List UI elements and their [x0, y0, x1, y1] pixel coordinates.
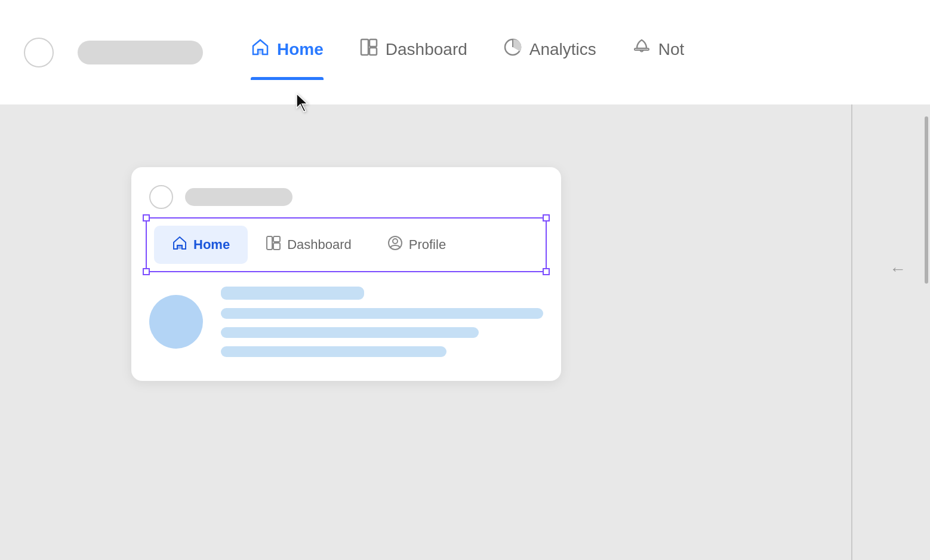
svg-rect-0 [258, 50, 263, 54]
card-profile-label: Profile [409, 237, 446, 253]
scrollbar-track[interactable] [918, 104, 930, 560]
card-profile-icon [387, 235, 403, 254]
nav-items-group: Home Dashboard Analytics [251, 38, 684, 67]
selection-container: Home Dashboard [149, 221, 543, 269]
content-line-1 [221, 308, 543, 319]
svg-point-12 [393, 239, 398, 244]
card-home-label: Home [193, 237, 230, 253]
svg-rect-6 [635, 48, 649, 50]
content-line-title [221, 287, 364, 300]
nav-item-dashboard[interactable]: Dashboard [359, 38, 467, 67]
scrollbar-thumb[interactable] [925, 116, 928, 284]
bell-icon [632, 38, 651, 61]
content-avatar-placeholder [149, 295, 203, 349]
content-line-3 [221, 346, 446, 357]
wireframe-card: Home Dashboard [131, 167, 561, 381]
content-line-2 [221, 327, 479, 338]
content-lines-placeholder [221, 287, 543, 357]
svg-rect-8 [267, 236, 272, 250]
nav-item-notifications[interactable]: Not [632, 38, 685, 67]
nav-item-analytics[interactable]: Analytics [503, 38, 596, 67]
nav-analytics-label: Analytics [529, 40, 596, 59]
card-content-area [131, 269, 561, 381]
svg-rect-1 [361, 39, 368, 55]
dashboard-icon [359, 38, 378, 61]
vertical-divider [851, 104, 852, 560]
top-nav-bar: Home Dashboard Analytics [0, 0, 930, 104]
card-nav-profile[interactable]: Profile [369, 226, 464, 264]
nav-search-placeholder [78, 41, 203, 64]
card-dashboard-icon [266, 235, 281, 254]
svg-rect-3 [369, 48, 377, 55]
svg-rect-2 [369, 39, 377, 47]
nav-item-home[interactable]: Home [251, 38, 324, 67]
nav-home-label: Home [277, 40, 324, 59]
card-home-icon [172, 235, 187, 254]
card-nav-tabs: Home Dashboard [149, 221, 543, 269]
card-nav-dashboard[interactable]: Dashboard [248, 226, 369, 264]
svg-rect-9 [273, 236, 280, 242]
svg-rect-10 [273, 243, 280, 250]
card-top-bar [131, 167, 561, 221]
nav-dashboard-label: Dashboard [386, 40, 467, 59]
home-icon [251, 38, 270, 61]
card-avatar-placeholder [149, 185, 173, 209]
nav-avatar [24, 38, 54, 67]
analytics-icon [503, 38, 522, 61]
card-nav-home[interactable]: Home [154, 226, 248, 264]
card-search-placeholder [185, 188, 292, 206]
card-dashboard-label: Dashboard [287, 237, 352, 253]
arrow-left-indicator: ← [889, 260, 906, 279]
main-content-area: ← [0, 104, 930, 560]
nav-notifications-label: Not [658, 40, 685, 59]
svg-rect-7 [177, 245, 182, 249]
